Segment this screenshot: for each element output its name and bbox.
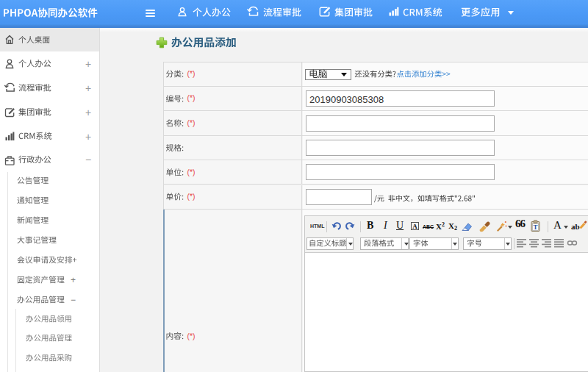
svg-text:T: T: [533, 223, 537, 231]
